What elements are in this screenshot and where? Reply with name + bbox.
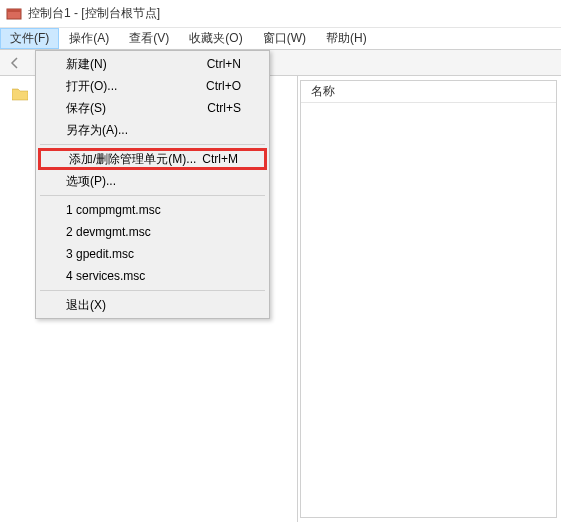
menu-separator bbox=[40, 290, 265, 291]
svg-rect-1 bbox=[7, 9, 21, 12]
back-button[interactable] bbox=[4, 52, 26, 74]
menu-item-add-remove-snapin[interactable]: 添加/删除管理单元(M)... Ctrl+M bbox=[38, 148, 267, 170]
menu-view[interactable]: 查看(V) bbox=[119, 28, 179, 49]
folder-icon bbox=[12, 87, 28, 104]
menu-separator bbox=[40, 144, 265, 145]
menu-window[interactable]: 窗口(W) bbox=[253, 28, 316, 49]
menu-item-label: 2 devmgmt.msc bbox=[66, 225, 151, 239]
menu-action[interactable]: 操作(A) bbox=[59, 28, 119, 49]
menu-item-open[interactable]: 打开(O)... Ctrl+O bbox=[38, 75, 267, 97]
menu-item-shortcut: Ctrl+O bbox=[206, 79, 241, 93]
window-title: 控制台1 - [控制台根节点] bbox=[28, 5, 160, 22]
menu-item-recent-1[interactable]: 1 compmgmt.msc bbox=[38, 199, 267, 221]
menu-item-shortcut: Ctrl+N bbox=[207, 57, 241, 71]
menu-item-recent-4[interactable]: 4 services.msc bbox=[38, 265, 267, 287]
menu-item-save-as[interactable]: 另存为(A)... bbox=[38, 119, 267, 141]
app-icon bbox=[6, 6, 22, 22]
menu-item-label: 新建(N) bbox=[66, 56, 107, 73]
file-menu-dropdown: 新建(N) Ctrl+N 打开(O)... Ctrl+O 保存(S) Ctrl+… bbox=[35, 50, 270, 319]
menu-file[interactable]: 文件(F) bbox=[0, 28, 59, 49]
menu-separator bbox=[40, 195, 265, 196]
titlebar: 控制台1 - [控制台根节点] bbox=[0, 0, 561, 28]
menu-item-label: 添加/删除管理单元(M)... bbox=[69, 151, 196, 168]
menu-item-label: 打开(O)... bbox=[66, 78, 117, 95]
menu-item-shortcut: Ctrl+M bbox=[202, 152, 238, 166]
menu-item-save[interactable]: 保存(S) Ctrl+S bbox=[38, 97, 267, 119]
menu-item-exit[interactable]: 退出(X) bbox=[38, 294, 267, 316]
menu-item-label: 3 gpedit.msc bbox=[66, 247, 134, 261]
menu-item-label: 选项(P)... bbox=[66, 173, 116, 190]
menu-item-new[interactable]: 新建(N) Ctrl+N bbox=[38, 53, 267, 75]
menu-item-label: 4 services.msc bbox=[66, 269, 145, 283]
menubar: 文件(F) 操作(A) 查看(V) 收藏夹(O) 窗口(W) 帮助(H) bbox=[0, 28, 561, 50]
menu-help[interactable]: 帮助(H) bbox=[316, 28, 377, 49]
menu-item-options[interactable]: 选项(P)... bbox=[38, 170, 267, 192]
menu-favorites[interactable]: 收藏夹(O) bbox=[179, 28, 252, 49]
menu-item-recent-2[interactable]: 2 devmgmt.msc bbox=[38, 221, 267, 243]
menu-item-label: 退出(X) bbox=[66, 297, 106, 314]
column-header-name[interactable]: 名称 bbox=[301, 81, 556, 103]
list-pane: 名称 bbox=[300, 80, 557, 518]
menu-item-shortcut: Ctrl+S bbox=[207, 101, 241, 115]
menu-item-recent-3[interactable]: 3 gpedit.msc bbox=[38, 243, 267, 265]
menu-item-label: 保存(S) bbox=[66, 100, 106, 117]
menu-item-label: 另存为(A)... bbox=[66, 122, 128, 139]
menu-item-label: 1 compmgmt.msc bbox=[66, 203, 161, 217]
